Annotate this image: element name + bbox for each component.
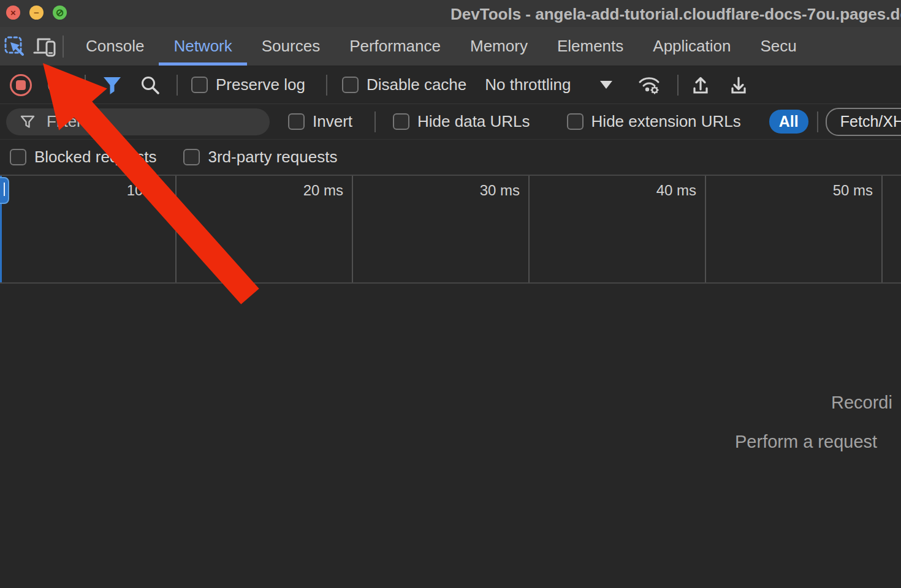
checkbox-box: [191, 77, 208, 93]
minimize-window-button[interactable]: −: [29, 6, 44, 20]
third-party-requests-label: 3rd-party requests: [208, 148, 337, 167]
blocked-requests-checkbox[interactable]: Blocked requests: [10, 148, 156, 167]
toolbar-separator: [677, 75, 679, 96]
tab-application[interactable]: Application: [638, 27, 745, 66]
devtools-window: × − ⊘ DevTools - angela-add-tutorial.clo…: [0, 0, 901, 588]
timeline-tick: 10 ms: [0, 176, 177, 282]
invert-label: Invert: [313, 112, 352, 131]
tab-console[interactable]: Console: [71, 27, 159, 66]
network-conditions-icon[interactable]: [637, 75, 661, 96]
checkbox-box: [393, 113, 409, 130]
preserve-log-checkbox[interactable]: Preserve log: [191, 75, 305, 94]
window-controls: × − ⊘: [6, 6, 67, 20]
tabbar-separator: [63, 36, 64, 58]
timeline-tick: 50 ms: [706, 176, 883, 282]
network-toolbar: Preserve log Disable cache No throttling: [0, 66, 901, 104]
checkbox-box: [10, 149, 26, 165]
checkbox-box: [288, 113, 305, 130]
hide-data-urls-label: Hide data URLs: [417, 112, 530, 131]
blocked-requests-label: Blocked requests: [34, 148, 156, 167]
record-network-log-button[interactable]: [10, 74, 32, 96]
network-filter-bar: Invert Hide data URLs Hide extension URL…: [0, 104, 901, 140]
request-type-fetch-xhr-button[interactable]: Fetch/XHR: [826, 108, 901, 136]
import-har-upload-icon[interactable]: [690, 74, 712, 96]
window-title: DevTools - angela-add-tutorial.cloudflar…: [450, 5, 901, 24]
timeline-tick: 40 ms: [530, 176, 706, 282]
tab-elements[interactable]: Elements: [542, 27, 638, 66]
toolbar-separator: [326, 75, 327, 96]
toolbar-separator: [177, 75, 178, 96]
hide-extension-urls-label: Hide extension URLs: [591, 112, 741, 131]
disable-cache-checkbox[interactable]: Disable cache: [342, 75, 466, 94]
zoom-window-button[interactable]: ⊘: [53, 6, 67, 20]
devtools-tabbar: Console Network Sources Performance Memo…: [0, 27, 901, 66]
tab-network[interactable]: Network: [159, 27, 246, 66]
invert-checkbox[interactable]: Invert: [288, 112, 352, 131]
throttling-dropdown-caret[interactable]: [600, 81, 612, 89]
tab-performance[interactable]: Performance: [335, 27, 455, 66]
timeline-tick: 30 ms: [353, 176, 530, 282]
throttling-dropdown[interactable]: No throttling: [485, 75, 571, 94]
timeline-left-resize-handle[interactable]: [0, 177, 9, 204]
inspect-element-button[interactable]: [0, 31, 29, 62]
recording-hint-text: Recordi: [831, 393, 892, 413]
toolbar-separator: [85, 75, 86, 96]
request-type-all-button[interactable]: All: [769, 110, 808, 134]
search-icon[interactable]: [140, 75, 161, 96]
perform-request-hint-text: Perform a request: [735, 432, 877, 452]
preserve-log-label: Preserve log: [216, 75, 305, 94]
disable-cache-label: Disable cache: [367, 75, 466, 94]
filter-funnel-icon[interactable]: [102, 75, 123, 95]
clear-network-log-icon[interactable]: [47, 75, 67, 96]
filterbar-separator: [817, 111, 818, 132]
checkbox-box: [342, 77, 359, 93]
filter-funnel-outline-icon: [20, 115, 36, 129]
toggle-device-toolbar-button[interactable]: [29, 31, 59, 62]
checkbox-box: [567, 113, 584, 130]
device-toolbar-icon: [31, 35, 57, 58]
checkbox-box: [183, 149, 200, 165]
hide-data-urls-checkbox[interactable]: Hide data URLs: [393, 112, 530, 131]
third-party-requests-checkbox[interactable]: 3rd-party requests: [183, 148, 337, 167]
close-window-button[interactable]: ×: [6, 6, 20, 20]
request-filters-row: Blocked requests 3rd-party requests: [0, 140, 901, 175]
titlebar: × − ⊘ DevTools - angela-add-tutorial.clo…: [0, 0, 901, 27]
filterbar-separator: [374, 111, 376, 132]
filter-input[interactable]: [45, 111, 232, 132]
tab-security[interactable]: Secu: [746, 27, 812, 66]
tab-sources[interactable]: Sources: [247, 27, 335, 66]
export-har-download-icon[interactable]: [728, 74, 750, 96]
inspect-element-icon: [3, 35, 26, 58]
hide-extension-urls-checkbox[interactable]: Hide extension URLs: [567, 112, 741, 131]
network-overview-timeline[interactable]: 10 ms 20 ms 30 ms 40 ms 50 ms: [0, 175, 901, 284]
tab-memory[interactable]: Memory: [455, 27, 542, 66]
timeline-tick: 20 ms: [177, 176, 353, 282]
filter-input-pill[interactable]: [6, 108, 270, 135]
